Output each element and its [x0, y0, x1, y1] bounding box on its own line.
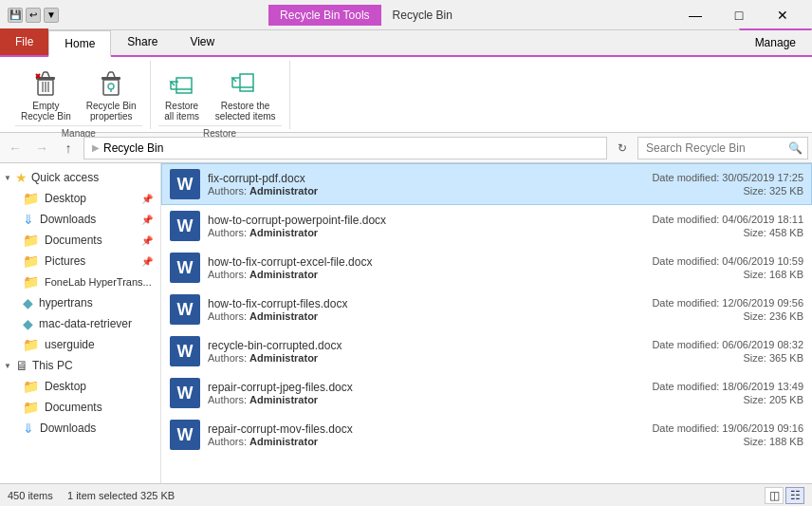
up-button[interactable]: ↑ — [57, 137, 80, 159]
file-meta: Date modified: 18/06/2019 13:49 Size: 20… — [614, 381, 803, 405]
table-row[interactable]: W how-to-fix-corrupt-excel-file.docx Aut… — [161, 247, 812, 289]
file-size: Size: 168 KB — [614, 269, 803, 280]
file-name: repair-corrupt-jpeg-files.docx — [208, 381, 614, 394]
star-icon: ★ — [15, 170, 28, 185]
hypertrans-icon: ◆ — [23, 295, 33, 310]
maximize-button[interactable]: □ — [717, 0, 761, 30]
file-info: repair-corrupt-jpeg-files.docx Authors: … — [208, 381, 614, 405]
back-button[interactable]: ← — [4, 137, 27, 159]
svg-rect-15 — [176, 78, 192, 93]
close-button[interactable]: ✕ — [761, 0, 804, 30]
word-icon: W — [170, 169, 200, 199]
pictures-folder-icon: 📁 — [23, 253, 39, 269]
fonelab-folder-icon: 📁 — [23, 274, 39, 290]
tab-file[interactable]: File — [0, 28, 48, 55]
file-author: Authors: Administrator — [208, 436, 614, 447]
search-box[interactable]: 🔍 — [637, 137, 808, 159]
titlebar-left: 💾 ↩ ▼ — [8, 8, 59, 23]
minimize-button[interactable]: — — [674, 0, 717, 30]
view-buttons: ◫ ☷ — [765, 487, 804, 504]
restore-buttons: Restoreall items Restore theselected ite… — [158, 65, 282, 125]
pin-icon: 📌 — [141, 194, 153, 204]
restore-all-button[interactable]: Restoreall items — [158, 65, 206, 125]
sidebar-item-pc-downloads[interactable]: ⇓ Downloads — [15, 418, 160, 439]
file-info: how-to-fix-corrupt-excel-file.docx Autho… — [208, 255, 614, 280]
search-icon: 🔍 — [788, 141, 803, 155]
documents-folder-icon: 📁 — [23, 233, 39, 248]
sidebar-item-fonelab[interactable]: 📁 FoneLab HyperTrans... — [15, 272, 160, 292]
pc-icon: 🖥 — [15, 358, 28, 373]
sidebar-item-hypertrans[interactable]: ◆ hypertrans — [15, 292, 160, 313]
ribbon-group-manage: EmptyRecycle Bin Re — [8, 61, 151, 129]
table-row[interactable]: W repair-corrupt-jpeg-files.docx Authors… — [161, 372, 812, 414]
desktop-label: Desktop — [45, 192, 86, 205]
tab-share[interactable]: Share — [111, 28, 174, 55]
sidebar-item-pc-documents[interactable]: 📁 Documents — [15, 397, 160, 418]
file-meta: Date modified: 12/06/2019 09:56 Size: 23… — [614, 297, 803, 322]
file-date: Date modified: 19/06/2019 09:16 — [614, 422, 803, 434]
search-input[interactable] — [646, 141, 788, 155]
properties-label: Recycle Binproperties — [86, 101, 137, 122]
tab-home[interactable]: Home — [48, 30, 111, 57]
recycle-bin-properties-button[interactable]: Recycle Binproperties — [81, 65, 142, 125]
ribbon: EmptyRecycle Bin Re — [0, 57, 812, 133]
pc-documents-label: Documents — [45, 401, 102, 414]
sidebar-item-pictures[interactable]: 📁 Pictures 📌 — [15, 251, 160, 272]
undo-icon[interactable]: ↩ — [26, 8, 41, 23]
details-view-button[interactable]: ☷ — [785, 487, 804, 504]
statusbar: 450 items 1 item selected 325 KB ◫ ☷ — [0, 483, 812, 506]
file-date: Date modified: 04/06/2019 10:59 — [614, 255, 803, 267]
file-size: Size: 365 KB — [614, 352, 803, 364]
item-count: 450 items — [8, 490, 53, 501]
large-icons-view-button[interactable]: ◫ — [765, 487, 784, 504]
file-size: Size: 325 KB — [614, 185, 803, 197]
sidebar-item-pc-desktop[interactable]: 📁 Desktop — [15, 376, 160, 397]
restore-all-label: Restoreall items — [164, 101, 199, 122]
pc-desktop-icon: 📁 — [23, 379, 39, 394]
restore-selected-button[interactable]: Restore theselected items — [210, 65, 282, 125]
quick-access-toolbar: 💾 ↩ ▼ — [8, 8, 59, 23]
word-icon: W — [170, 420, 200, 450]
file-icon: W — [170, 336, 200, 366]
table-row[interactable]: W recycle-bin-corrupted.docx Authors: Ad… — [161, 330, 812, 372]
file-name: repair-corrupt-mov-files.docx — [208, 422, 614, 436]
sidebar-thispc-header[interactable]: ▼ 🖥 This PC — [0, 355, 160, 376]
file-author: Authors: Administrator — [208, 394, 614, 405]
file-meta: Date modified: 04/06/2019 18:11 Size: 45… — [614, 214, 803, 238]
sidebar-item-userguide[interactable]: 📁 userguide — [15, 334, 160, 355]
sidebar-item-desktop[interactable]: 📁 Desktop 📌 — [15, 188, 160, 209]
restore-all-icon — [167, 68, 197, 99]
svg-rect-8 — [103, 80, 119, 95]
forward-button[interactable]: → — [30, 137, 53, 159]
file-icon: W — [170, 420, 200, 450]
sidebar-item-mac-retriever[interactable]: ◆ mac-data-retriever — [15, 313, 160, 334]
address-box[interactable]: ▶ Recycle Bin — [83, 137, 607, 159]
table-row[interactable]: W repair-corrupt-mov-files.docx Authors:… — [161, 414, 812, 456]
manage-container: EmptyRecycle Bin Re — [15, 65, 142, 125]
table-row[interactable]: W how-to-corrupt-powerpoint-file.docx Au… — [161, 205, 812, 247]
sidebar-item-documents[interactable]: 📁 Documents 📌 — [15, 230, 160, 251]
svg-line-3 — [47, 72, 49, 77]
svg-point-13 — [108, 84, 114, 89]
file-icon: W — [170, 294, 200, 325]
refresh-button[interactable]: ↻ — [611, 137, 634, 159]
sidebar-item-downloads[interactable]: ⇓ Downloads 📌 — [15, 209, 160, 230]
tab-manage[interactable]: Manage — [739, 28, 812, 55]
dropdown-icon[interactable]: ▼ — [44, 8, 59, 23]
empty-recycle-bin-button[interactable]: EmptyRecycle Bin — [15, 65, 77, 125]
table-row[interactable]: W fix-corrupt-pdf.docx Authors: Administ… — [161, 163, 812, 205]
save-icon[interactable]: 💾 — [8, 8, 23, 23]
tab-view[interactable]: View — [174, 28, 231, 55]
userguide-folder-icon: 📁 — [23, 337, 39, 352]
recycle-bin-title: Recycle Bin — [381, 5, 464, 26]
quick-access-label: Quick access — [31, 171, 99, 184]
file-info: repair-corrupt-mov-files.docx Authors: A… — [208, 422, 614, 447]
file-date: Date modified: 04/06/2019 18:11 — [614, 214, 803, 225]
sidebar-quick-access-header[interactable]: ▼ ★ Quick access — [0, 167, 160, 188]
table-row[interactable]: W how-to-fix-corrupt-files.docx Authors:… — [161, 289, 812, 330]
recycle-bin-tools-tab[interactable]: Recycle Bin Tools — [268, 5, 381, 26]
status-count: 450 items 1 item selected 325 KB — [8, 490, 175, 501]
pc-downloads-label: Downloads — [40, 422, 96, 435]
file-size: Size: 236 KB — [614, 310, 803, 322]
restore-selected-icon — [231, 68, 261, 99]
